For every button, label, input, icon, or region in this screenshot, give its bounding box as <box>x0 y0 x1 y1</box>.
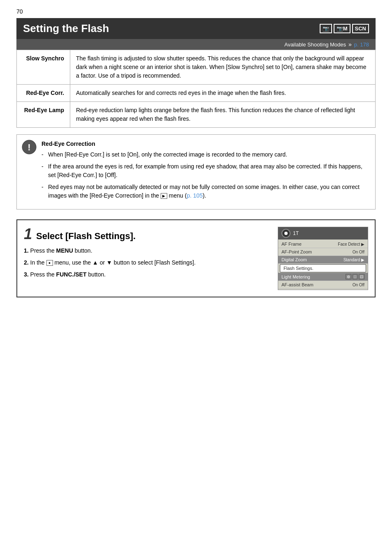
page-number: 70 <box>16 8 376 15</box>
func-icon: ● <box>46 260 53 266</box>
note-list: When [Red-Eye Corr.] is set to [On], onl… <box>42 150 369 200</box>
step-instruction-2: 2. In the ● menu, use the ▲ or ▼ button … <box>24 258 270 267</box>
scene-mode-icon: SCN <box>352 24 369 33</box>
table-row-slow-synchro: Slow Synchro The flash timing is adjuste… <box>17 50 376 85</box>
step2-prefix: 2. In the ● menu, use the ▲ or ▼ button … <box>24 259 196 266</box>
camera-symbol: 📷 <box>323 25 329 32</box>
table-row-red-eye-lamp: Red-Eye Lamp Red-eye reduction lamp ligh… <box>17 102 376 128</box>
note-link[interactable]: p. 105 <box>187 192 203 199</box>
step-header: 1 Select [Flash Settings]. <box>24 227 270 242</box>
step-instruction-1: 1. Press the MENU button. <box>24 246 270 255</box>
note-item-1: When [Red-Eye Corr.] is set to [On], onl… <box>42 150 369 159</box>
mode-icons: 📷 📷M SCN <box>320 24 369 33</box>
cam-dot <box>284 232 288 235</box>
note-box: ! Red-Eye Correction When [Red-Eye Corr.… <box>16 134 376 210</box>
light-metering-label: Light Metering <box>281 274 310 279</box>
af-point-label: AF-Point Zoom <box>281 249 312 254</box>
def-slow-synchro: The flash timing is adjusted to slow shu… <box>70 50 376 85</box>
playback-icon: ▶ <box>161 193 167 199</box>
cam-menu-mode-label: 1T <box>293 230 299 236</box>
digital-zoom-label: Digital Zoom <box>281 257 307 262</box>
cam-row-af-frame: AF Frame Face Detect ▶ <box>278 240 368 248</box>
metering-icons: ⊚ □ ⊡ <box>346 274 364 279</box>
shooting-modes-link[interactable]: p. 178 <box>354 41 369 48</box>
section-title: Setting the Flash <box>23 22 109 35</box>
note-item-2: If the area around the eyes is red, for … <box>42 162 369 180</box>
step3-prefix: 3. Press the FUNC./SET button. <box>24 271 106 278</box>
af-point-value: On Off <box>353 250 364 254</box>
step-section: 1 Select [Flash Settings]. 1. Press the … <box>16 219 376 297</box>
page-container: 70 Setting the Flash 📷 📷M SCN Available … <box>0 0 392 314</box>
metering-icon-3: ⊡ <box>359 274 364 279</box>
cam-row-digital-zoom: Digital Zoom Standard ▶ <box>278 256 368 264</box>
warning-icon: ! <box>22 140 37 154</box>
table-row-red-eye-corr: Red-Eye Corr. Automatically searches for… <box>17 85 376 102</box>
af-assist-label: AF-assist Beam <box>281 282 314 287</box>
cam-circle-icon <box>281 229 291 238</box>
chevron-icon: » <box>348 41 352 48</box>
shooting-modes-label: Available Shooting Modes <box>284 41 346 48</box>
step-title: Select [Flash Settings]. <box>36 231 136 242</box>
step-number: 1 <box>24 227 32 242</box>
light-metering-value: ⊚ □ ⊡ <box>346 274 364 279</box>
step-content: 1 Select [Flash Settings]. 1. Press the … <box>24 227 270 282</box>
cam-row-light-metering: Light Metering ⊚ □ ⊡ <box>278 273 368 281</box>
shooting-modes-bar: Available Shooting Modes » p. 178 <box>16 39 376 50</box>
camera-menu-screenshot: 1T AF Frame Face Detect ▶ AF-Point Zoom … <box>278 227 368 290</box>
metering-icon-2: □ <box>353 274 357 279</box>
cam-menu-header: 1T <box>278 227 368 240</box>
movie-symbol: 📷M <box>337 25 348 32</box>
cam-row-af-assist: AF-assist Beam On Off <box>278 281 368 289</box>
camera-mode-icon: 📷 <box>320 24 332 33</box>
note-title: Red-Eye Correction <box>42 140 369 147</box>
cam-menu-rows: AF Frame Face Detect ▶ AF-Point Zoom On … <box>278 240 368 290</box>
flash-settings-label: Flash Settings. <box>284 266 314 271</box>
af-assist-value: On Off <box>353 283 364 287</box>
step1-prefix: 1. Press the MENU button. <box>24 247 92 254</box>
svg-text:!: ! <box>28 142 30 152</box>
movie-mode-icon: 📷M <box>334 24 350 33</box>
cam-row-af-point: AF-Point Zoom On Off <box>278 248 368 256</box>
note-item-3: Red eyes may not be automatically detect… <box>42 183 369 200</box>
info-table: Slow Synchro The flash timing is adjuste… <box>16 50 376 128</box>
step-instructions: 1. Press the MENU button. 2. In the ● me… <box>24 246 270 279</box>
cam-row-flash-settings: Flash Settings. <box>280 264 366 272</box>
step-instruction-3: 3. Press the FUNC./SET button. <box>24 270 270 279</box>
term-red-eye-lamp: Red-Eye Lamp <box>17 102 70 128</box>
def-red-eye-lamp: Red-eye reduction lamp lights orange bef… <box>70 102 376 128</box>
def-red-eye-corr: Automatically searches for and corrects … <box>70 85 376 102</box>
term-red-eye-corr: Red-Eye Corr. <box>17 85 70 102</box>
metering-icon-1: ⊚ <box>346 274 351 279</box>
scene-symbol: SCN <box>355 25 366 32</box>
section-title-bar: Setting the Flash 📷 📷M SCN <box>16 18 376 39</box>
digital-zoom-value: Standard ▶ <box>344 258 364 262</box>
af-frame-label: AF Frame <box>281 242 302 246</box>
term-slow-synchro: Slow Synchro <box>17 50 70 85</box>
af-frame-value: Face Detect ▶ <box>338 242 364 246</box>
